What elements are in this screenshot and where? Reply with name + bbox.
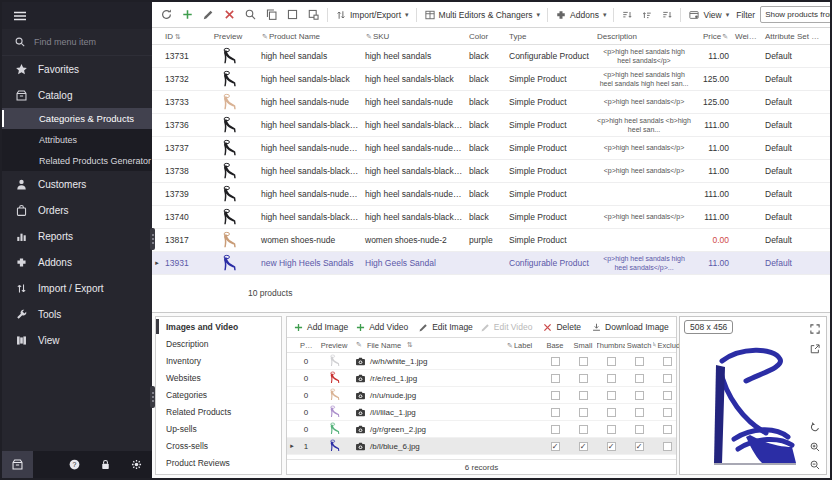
add-image-button[interactable]: Add Image [291, 322, 350, 333]
panel-splitter-handle-bottom[interactable] [150, 386, 155, 408]
zoom-out-icon[interactable] [809, 459, 821, 471]
sidebar-search-input[interactable]: Find menu item [2, 29, 152, 56]
small-checkbox[interactable] [579, 391, 588, 400]
settings-button[interactable] [121, 451, 152, 478]
thumbnail-checkbox[interactable]: ✓ [607, 442, 616, 451]
table-row[interactable]: 13738high heel sandals-black-37high heel… [152, 160, 830, 183]
exclude-checkbox[interactable] [663, 442, 672, 451]
sort-asc-button[interactable] [638, 7, 656, 23]
image-row[interactable]: 0/g/r/green_2.jpg [287, 421, 676, 438]
products-col-name[interactable]: ✎Product Name [258, 32, 362, 41]
small-checkbox[interactable] [579, 357, 588, 366]
images-col-small[interactable]: Small [569, 341, 597, 350]
delete-image-button[interactable]: Delete [540, 322, 583, 333]
tab-cross-sells[interactable]: Cross-sells [156, 437, 281, 454]
small-checkbox[interactable] [579, 408, 588, 417]
sidebar-item-view[interactable]: View [2, 327, 152, 353]
sidebar-item-customers[interactable]: Customers [2, 171, 152, 197]
table-row[interactable]: 13732high heel sandals-blackhigh heel sa… [152, 68, 830, 91]
table-row[interactable]: 13817women shoes-nudewomen shoes-nude-2p… [152, 229, 830, 252]
multi-editors-dropdown[interactable]: Multi Editors & Changers▾ [421, 7, 544, 23]
tab-product-reviews[interactable]: Product Reviews [156, 454, 281, 471]
swatch-checkbox[interactable] [635, 357, 644, 366]
images-col-label[interactable]: ✎Label [503, 341, 541, 350]
exclude-checkbox[interactable] [663, 408, 672, 417]
images-col-preview[interactable]: Preview [315, 341, 353, 350]
products-col-attr[interactable]: Attribute Set Name [762, 32, 828, 41]
table-row[interactable]: 13737high heel sandals-nude-36high heel … [152, 137, 830, 160]
refresh-button[interactable] [157, 6, 176, 23]
table-row[interactable]: ▸13931new High Heels SandalsHigh Geels S… [152, 252, 830, 275]
image-row[interactable]: 0/w/h/white_1.jpg [287, 353, 676, 370]
sidebar-item-attributes[interactable]: Attributes [2, 129, 152, 150]
base-checkbox[interactable] [551, 408, 560, 417]
exclude-checkbox[interactable] [663, 391, 672, 400]
swatch-checkbox[interactable] [635, 374, 644, 383]
small-checkbox[interactable] [579, 374, 588, 383]
thumbnail-checkbox[interactable] [607, 408, 616, 417]
base-checkbox[interactable] [551, 391, 560, 400]
external-link-icon[interactable] [809, 343, 821, 355]
base-checkbox[interactable] [551, 425, 560, 434]
copy-button[interactable] [262, 6, 281, 23]
thumbnail-checkbox[interactable] [607, 391, 616, 400]
tab-websites[interactable]: Websites [156, 369, 281, 386]
paste-button[interactable] [304, 6, 323, 23]
swatch-checkbox[interactable]: ✓ [635, 442, 644, 451]
sidebar-footer-catalog-button[interactable] [2, 451, 33, 478]
swatch-checkbox[interactable] [635, 425, 644, 434]
table-row[interactable]: 13739high heel sandals-nude-37high heel … [152, 183, 830, 206]
sidebar-item-addons[interactable]: Addons [2, 249, 152, 275]
swatch-checkbox[interactable] [635, 391, 644, 400]
import-export-dropdown[interactable]: Import/Export▾ [332, 7, 412, 23]
small-checkbox[interactable] [579, 425, 588, 434]
images-col-swatch[interactable]: Swatch [625, 341, 653, 350]
sort-az-button[interactable] [618, 7, 636, 23]
products-col-price[interactable]: Price✎ [694, 32, 732, 41]
products-col-description[interactable]: Description [594, 32, 694, 41]
tab-categories[interactable]: Categories [156, 386, 281, 403]
edit-product-button[interactable] [199, 6, 218, 23]
sidebar-item-orders[interactable]: Orders [2, 197, 152, 223]
delete-product-button[interactable] [220, 6, 239, 23]
view-dropdown[interactable]: View▾ [685, 7, 732, 23]
thumbnail-checkbox[interactable] [607, 425, 616, 434]
products-col-id[interactable]: ID⇅ [162, 32, 198, 41]
products-col-color[interactable]: Color [466, 32, 506, 41]
table-row[interactable]: 13733high heel sandals-nudehigh heel san… [152, 91, 830, 114]
category-filter-select[interactable]: Show products from selected categories ▾ [760, 6, 832, 23]
hamburger-menu-icon[interactable] [12, 8, 28, 24]
tab-up-sells[interactable]: Up-sells [156, 420, 281, 437]
table-row[interactable]: 13731high heel sandalshigh heel sandalsb… [152, 45, 830, 68]
exclude-checkbox[interactable] [663, 425, 672, 434]
sidebar-item-categories-products[interactable]: Categories & Products [2, 108, 152, 129]
exclude-checkbox[interactable] [663, 357, 672, 366]
add-product-button[interactable] [178, 6, 197, 23]
table-row[interactable]: 13740high heel sandals-black-38high heel… [152, 206, 830, 229]
add-video-button[interactable]: Add Video [353, 322, 410, 333]
addons-dropdown[interactable]: Addons▾ [552, 7, 609, 23]
image-row[interactable]: 0/n/u/nude.jpg [287, 387, 676, 404]
rotate-icon[interactable] [809, 421, 821, 433]
thumbnail-checkbox[interactable] [607, 374, 616, 383]
sidebar-item-tools[interactable]: Tools [2, 301, 152, 327]
images-col-file[interactable]: ✎File Name⇅ [353, 341, 503, 350]
sidebar-item-related-products-generator[interactable]: Related Products Generator [2, 150, 152, 171]
products-col-preview[interactable]: Preview [198, 32, 258, 41]
tab-related-products[interactable]: Related Products [156, 403, 281, 420]
resize-dimensions-input[interactable]: 508 x 456 [684, 320, 733, 334]
download-image-button[interactable]: Download Image [589, 322, 671, 333]
base-checkbox[interactable] [551, 357, 560, 366]
products-col-sku[interactable]: ✎SKU [362, 32, 466, 41]
image-row[interactable]: 0/r/e/red_1.jpg [287, 370, 676, 387]
search-button[interactable] [241, 6, 260, 23]
images-col-base[interactable]: Base [541, 341, 569, 350]
swatch-checkbox[interactable] [635, 408, 644, 417]
select-button[interactable] [283, 6, 302, 23]
panel-splitter-handle[interactable] [150, 228, 155, 250]
images-col-pr[interactable]: Pr✎ [297, 341, 315, 350]
tab-description[interactable]: Description [156, 335, 281, 352]
tab-inventory[interactable]: Inventory [156, 352, 281, 369]
tab-images-and-video[interactable]: Images and Video [156, 318, 281, 335]
base-checkbox[interactable]: ✓ [551, 442, 560, 451]
